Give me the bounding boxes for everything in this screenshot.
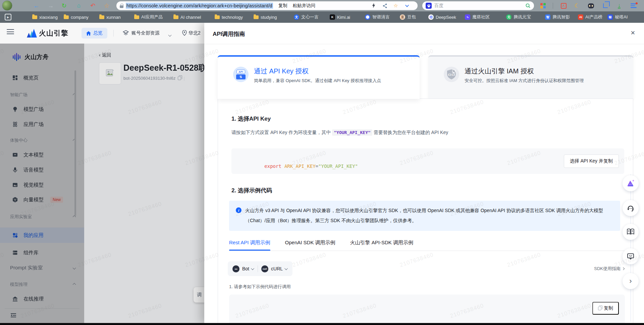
sidebar-item-app-plaza[interactable]: 应用广场 (0, 118, 84, 131)
kimi-icon: K (330, 14, 335, 20)
sidebar-item-vector-model[interactable]: 向量模型 New (0, 193, 84, 206)
bookmark-item[interactable]: 智谱清言 (365, 11, 390, 23)
search-placeholder[interactable]: 百度 (434, 3, 443, 9)
account-resources-select[interactable]: 账号全部资源 (131, 30, 160, 36)
bookmark-item[interactable]: 元腾讯元宝 (506, 11, 531, 23)
forward-icon[interactable]: → (46, 0, 55, 11)
night-mode-icon[interactable]: ☾ (572, 0, 582, 11)
baidu-icon (426, 3, 432, 9)
bookmark-item[interactable]: company (64, 11, 89, 23)
code-operator: = (316, 164, 318, 169)
reload-icon[interactable]: ↻ (60, 0, 68, 11)
back-icon[interactable]: ← (32, 0, 41, 11)
support-fab[interactable] (623, 200, 639, 216)
favorites-star-icon[interactable]: ☆ (102, 0, 111, 11)
debug-panel-fragment[interactable]: 调 (194, 287, 205, 303)
bookmark-item[interactable]: xunnan (99, 11, 121, 23)
sidebar-group-inference[interactable]: 模型推理 (0, 279, 84, 290)
screenshot-crop-icon[interactable] (600, 0, 610, 11)
auth-card-iam[interactable]: AKSK 通过火山引擎 IAM 授权 安全可控。按照云标准 IAM 方式进行身份… (428, 55, 633, 99)
resources-chevron-down-icon[interactable] (169, 31, 171, 38)
sidebar-scrollbar[interactable] (74, 70, 76, 216)
sidebar-item-model-plaza[interactable]: 模型广场 (0, 103, 84, 116)
assistant-robot-icon[interactable] (586, 0, 596, 11)
curl-icon: curl (261, 265, 268, 272)
auth-card-title: 通过 API Key 授权 (254, 67, 309, 76)
collapse-fabs-button[interactable]: › (623, 273, 639, 289)
back-link[interactable]: ‹ 返回 (99, 52, 111, 58)
guide-panel: 1. 选择API Key 请按如下方式设置 API Key 作为环境变量，其中 … (218, 99, 633, 324)
copy-icon[interactable] (178, 76, 181, 80)
bookmark-item[interactable]: 秘秘塔AI (607, 11, 628, 23)
bookmark-item[interactable]: 智腾讯智影 (545, 11, 570, 23)
copy-code-button[interactable]: 复制 (592, 302, 619, 315)
sidebar-item-vision-model[interactable]: 视觉模型 (0, 178, 84, 192)
sidebar-panel-icon[interactable]: ▸ (5, 14, 11, 20)
drawer-title: API调用指南 (213, 30, 245, 38)
search-box[interactable]: 百度 (422, 1, 534, 10)
console-menu-icon[interactable] (7, 29, 14, 35)
apps-grid-icon[interactable] (538, 0, 548, 11)
sidebar-item-my-apps[interactable]: 我的应用 (0, 227, 84, 243)
ark-wave-icon (13, 53, 20, 61)
pdf-icon[interactable]: 人 (558, 0, 569, 11)
sidebar-item-online-inference[interactable]: 在线推理 (0, 292, 84, 306)
bookmark-label: AI产品榜 (585, 14, 602, 20)
home-icon[interactable]: ⌂ (74, 0, 83, 11)
feedback-fab[interactable] (623, 248, 639, 264)
bookmark-item[interactable]: AI channel (173, 11, 201, 23)
sidebar-item-overview[interactable]: 概览页 (0, 71, 84, 84)
bookmark-item[interactable]: studying (254, 11, 277, 23)
sidebar-group-app-lab[interactable]: 应用实验室 (0, 211, 84, 222)
bookmark-item[interactable]: 豆豆包 (400, 11, 416, 23)
undo-icon[interactable]: ↶ (89, 0, 97, 11)
search-icon[interactable] (525, 3, 531, 8)
download-icon[interactable]: ↓ (614, 0, 624, 11)
sdk-guide-link[interactable]: SDK使用指南 (594, 266, 624, 272)
select-api-key-button[interactable]: 选择 API Key 并复制 (564, 154, 619, 168)
overview-button[interactable]: 总览 (82, 28, 107, 39)
collapse-sidebar-icon[interactable] (10, 312, 17, 318)
lightning-icon[interactable] (370, 1, 378, 10)
url-chevron-down-icon[interactable] (404, 1, 412, 10)
sidebar-group-prompt-lab[interactable]: Prompt 实验室 (0, 262, 84, 273)
auth-card-api-key[interactable]: API⇅ 通过 API Key 授权 简单易用，兼容 OpenAI SDK。通过… (218, 55, 420, 99)
url-copy-button[interactable]: 复制 (278, 3, 287, 9)
tab-volc-api-sdk[interactable]: 火山引擎 API-SDK 调用示例 (350, 237, 413, 251)
tab-openai-sdk[interactable]: OpenAI SDK 调用示例 (285, 237, 335, 251)
app-title: DeepSeek-R1-0528联网 (123, 62, 205, 73)
share-icon[interactable] (381, 1, 389, 10)
region-select[interactable]: 华北2 (189, 30, 201, 36)
browser-menu-icon[interactable] (629, 0, 639, 11)
sidebar-item-components[interactable]: 组件库 (0, 246, 84, 259)
bookmark-item[interactable]: ∿魔搭社区 (465, 11, 490, 23)
browser-profile-avatar[interactable] (2, 0, 12, 11)
sidebar-item-speech-model[interactable]: 语音模型 (0, 163, 84, 177)
docs-fab[interactable] (623, 224, 639, 240)
sidebar-group-experience[interactable]: 体验中心 (0, 135, 84, 146)
ai-assistant-fab[interactable] (623, 175, 639, 191)
bookmark-item[interactable]: 文文心一言 (294, 11, 319, 23)
bookmark-item[interactable]: AI应用产品 (134, 11, 163, 23)
sidebar: 火山方舟 概览页 智能广场 模型广场 应用广场 体验中心 文本模型 语音模型 (0, 44, 84, 323)
tab-rest-api[interactable]: Rest API 调用示例 (229, 237, 270, 251)
bookmark-item[interactable]: technology (215, 11, 243, 23)
bookmark-star-icon[interactable]: ☆ (392, 1, 400, 10)
bookmark-item[interactable]: ᗡDeepSeek (428, 11, 456, 23)
sidebar-item-text-model[interactable]: 文本模型 (0, 148, 84, 161)
url-paste-go-button[interactable]: 粘贴并访问 (293, 3, 316, 9)
url-text[interactable]: https://console.volcengine.com/ark/regio… (126, 3, 273, 9)
bookmark-item[interactable]: xiaoxiang (32, 11, 58, 23)
target-select[interactable]: ●● Bot (232, 265, 254, 272)
components-icon (12, 250, 18, 256)
sidebar-group-plaza[interactable]: 智能广场 (0, 89, 84, 101)
bookmark-item[interactable]: AIAI产品榜 (578, 11, 602, 23)
folder-icon (215, 15, 220, 19)
app-thumbnail (99, 62, 121, 84)
metaso-icon: 秘 (607, 14, 613, 20)
folder-icon (99, 15, 104, 19)
language-select[interactable]: curl cURL (261, 265, 288, 272)
url-bar[interactable]: https://console.volcengine.com/ark/regio… (116, 1, 418, 10)
close-icon[interactable]: ✕ (631, 29, 635, 37)
bookmark-item[interactable]: KKimi.ai (330, 11, 350, 23)
